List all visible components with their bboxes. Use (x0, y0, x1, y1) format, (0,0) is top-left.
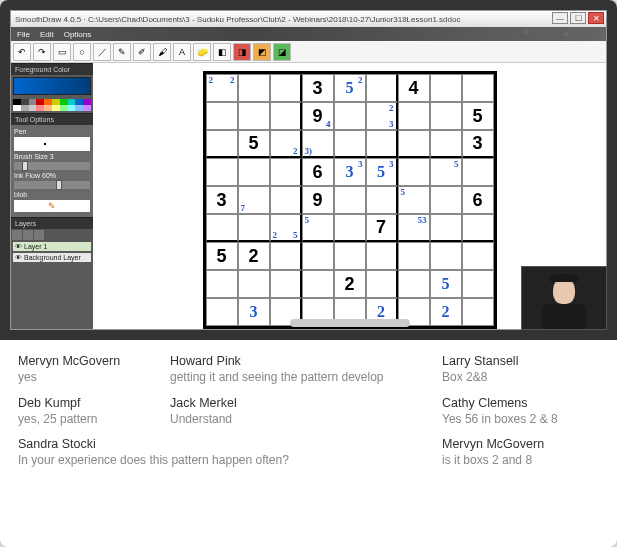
palette-swatch[interactable] (21, 105, 29, 111)
sudoku-cell[interactable]: 2 (334, 270, 366, 298)
sudoku-cell[interactable] (462, 214, 494, 242)
sudoku-cell[interactable]: 5 (238, 130, 270, 158)
tool-button[interactable]: ✎ (113, 43, 131, 61)
sudoku-cell[interactable] (334, 214, 366, 242)
sudoku-cell[interactable] (398, 242, 430, 270)
sudoku-cell[interactable] (430, 102, 462, 130)
tool-button[interactable]: ◧ (213, 43, 231, 61)
sudoku-cell[interactable]: 52 (334, 74, 366, 102)
tool-button[interactable]: ↶ (13, 43, 31, 61)
sudoku-cell[interactable] (206, 298, 238, 326)
tool-button[interactable]: ○ (73, 43, 91, 61)
sudoku-cell[interactable]: 3 (206, 186, 238, 214)
sudoku-cell[interactable] (206, 130, 238, 158)
sudoku-cell[interactable]: 94 (302, 102, 334, 130)
sudoku-cell[interactable]: 3 (238, 298, 270, 326)
tool-button[interactable]: 🖌 (153, 43, 171, 61)
sudoku-cell[interactable]: 3 (462, 130, 494, 158)
sudoku-cell[interactable]: 53 (398, 214, 430, 242)
sudoku-cell[interactable] (462, 158, 494, 186)
palette-swatch[interactable] (44, 105, 52, 111)
eye-icon[interactable]: 👁 (15, 243, 22, 250)
sudoku-cell[interactable] (270, 74, 302, 102)
sudoku-cell[interactable] (206, 270, 238, 298)
sudoku-cell[interactable]: 2 (238, 242, 270, 270)
sudoku-cell[interactable]: 5 (206, 242, 238, 270)
sudoku-cell[interactable] (430, 214, 462, 242)
layer-row[interactable]: 👁Background Layer (13, 253, 91, 262)
sudoku-cell[interactable]: 53 (366, 158, 398, 186)
sudoku-cell[interactable] (270, 102, 302, 130)
tool-button[interactable]: ◪ (273, 43, 291, 61)
sudoku-cell[interactable] (238, 102, 270, 130)
horizontal-scrollbar[interactable] (290, 319, 410, 327)
sudoku-cell[interactable] (366, 270, 398, 298)
sudoku-cell[interactable] (430, 74, 462, 102)
sudoku-cell[interactable] (270, 242, 302, 270)
sudoku-cell[interactable] (270, 158, 302, 186)
sudoku-cell[interactable] (334, 242, 366, 270)
layer-tool-icon[interactable] (34, 230, 44, 240)
sudoku-cell[interactable] (462, 242, 494, 270)
sudoku-cell[interactable] (206, 102, 238, 130)
foreground-swatch[interactable] (13, 77, 91, 95)
sudoku-cell[interactable]: 5 (462, 102, 494, 130)
sudoku-cell[interactable] (430, 242, 462, 270)
sudoku-cell[interactable] (398, 130, 430, 158)
palette-swatch[interactable] (52, 105, 60, 111)
sudoku-cell[interactable]: 6 (302, 158, 334, 186)
maximize-button[interactable]: ☐ (570, 12, 586, 24)
palette-swatch[interactable] (13, 105, 21, 111)
sudoku-cell[interactable] (334, 130, 366, 158)
sudoku-cell[interactable] (398, 158, 430, 186)
sudoku-cell[interactable] (366, 74, 398, 102)
close-button[interactable]: ✕ (588, 12, 604, 24)
sudoku-cell[interactable] (302, 270, 334, 298)
sudoku-cell[interactable] (238, 158, 270, 186)
palette-swatch[interactable] (60, 105, 68, 111)
tool-button[interactable]: ◩ (253, 43, 271, 61)
sudoku-cell[interactable]: 7 (238, 186, 270, 214)
palette-swatch[interactable] (75, 105, 83, 111)
sudoku-cell[interactable]: 4 (398, 74, 430, 102)
webcam-thumbnail[interactable] (521, 266, 607, 330)
sudoku-cell[interactable]: 23 (366, 102, 398, 130)
sudoku-cell[interactable] (206, 214, 238, 242)
sudoku-cell[interactable]: 9 (302, 186, 334, 214)
layer-tool-icon[interactable] (12, 230, 22, 240)
sudoku-cell[interactable] (238, 74, 270, 102)
sudoku-cell[interactable]: 7 (366, 214, 398, 242)
sudoku-cell[interactable]: 6 (462, 186, 494, 214)
sudoku-cell[interactable] (270, 270, 302, 298)
sudoku-cell[interactable] (334, 186, 366, 214)
sudoku-cell[interactable]: 5 (430, 270, 462, 298)
tool-button[interactable]: 🧽 (193, 43, 211, 61)
sudoku-cell[interactable]: 2 (430, 298, 462, 326)
minimize-button[interactable]: — (552, 12, 568, 24)
sudoku-cell[interactable] (366, 242, 398, 270)
sudoku-cell[interactable]: 3 (302, 74, 334, 102)
palette-swatch[interactable] (36, 105, 44, 111)
sudoku-cell[interactable]: 3) (302, 130, 334, 158)
sudoku-cell[interactable]: 5 (398, 186, 430, 214)
sudoku-cell[interactable]: 5 (430, 158, 462, 186)
sudoku-cell[interactable] (430, 130, 462, 158)
tool-button[interactable]: A (173, 43, 191, 61)
sudoku-cell[interactable]: 52 (270, 214, 302, 242)
sudoku-cell[interactable]: 33 (334, 158, 366, 186)
tool-button[interactable]: ↷ (33, 43, 51, 61)
menu-options[interactable]: Options (64, 30, 92, 39)
menu-file[interactable]: File (17, 30, 30, 39)
menu-edit[interactable]: Edit (40, 30, 54, 39)
layer-row[interactable]: 👁Layer 1 (13, 242, 91, 251)
color-palette[interactable] (13, 99, 91, 111)
sudoku-cell[interactable] (302, 242, 334, 270)
sudoku-cell[interactable] (270, 186, 302, 214)
eye-icon[interactable]: 👁 (15, 254, 22, 261)
sudoku-cell[interactable] (430, 186, 462, 214)
sudoku-cell[interactable] (206, 158, 238, 186)
sudoku-cell[interactable] (398, 102, 430, 130)
sudoku-cell[interactable] (398, 270, 430, 298)
sudoku-cell[interactable]: 5 (302, 214, 334, 242)
tool-button[interactable]: ◨ (233, 43, 251, 61)
